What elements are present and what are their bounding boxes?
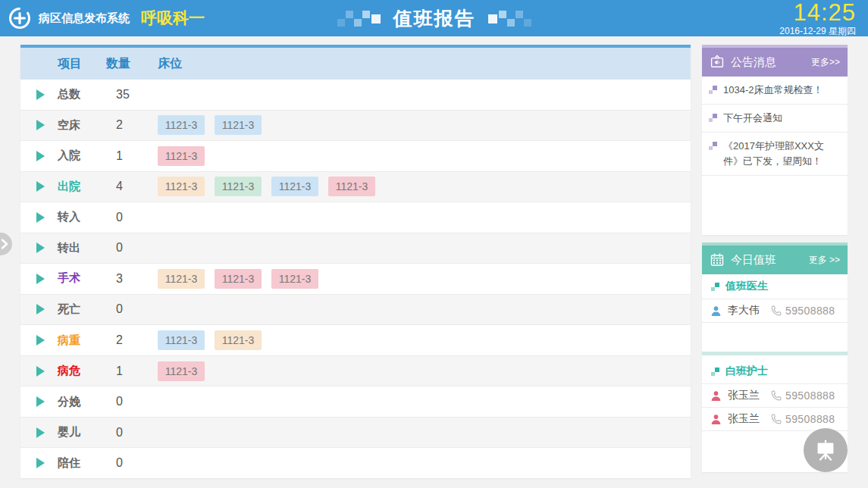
row-label: 出院 bbox=[58, 180, 106, 194]
play-triangle-icon bbox=[36, 212, 45, 223]
phone-icon bbox=[771, 414, 782, 424]
duty-section-title-row: 白班护士 bbox=[702, 359, 848, 384]
bed-badge[interactable]: 1121-3 bbox=[158, 115, 205, 135]
play-triangle-icon bbox=[36, 274, 45, 284]
nurse-icon bbox=[710, 414, 722, 425]
duty-person-row[interactable]: 张玉兰 59508888 bbox=[702, 384, 848, 408]
column-header-item: 项目 bbox=[58, 56, 106, 72]
play-triangle-icon bbox=[36, 89, 45, 100]
row-beds: 1121-31121-31121-3 bbox=[158, 269, 691, 289]
hospital-logo-icon bbox=[8, 6, 32, 30]
table-header-row: 项目 数量 床位 bbox=[20, 45, 691, 80]
title-decoration-right bbox=[487, 10, 531, 27]
row-count: 35 bbox=[106, 88, 158, 102]
person-phone: 59508888 bbox=[785, 389, 835, 402]
announcement-text: 《2017年护理部XXX文件》已下发，望周知！ bbox=[723, 139, 841, 169]
row-count: 0 bbox=[106, 395, 158, 408]
row-count: 2 bbox=[106, 118, 158, 132]
table-row[interactable]: 病危 1 1121-3 bbox=[20, 355, 691, 386]
duty-person-row[interactable]: 李大伟 59508888 bbox=[702, 299, 848, 323]
bed-badge[interactable]: 1121-3 bbox=[328, 177, 375, 196]
duty-people: 张玉兰 59508888 张玉兰 59508888 bbox=[702, 384, 848, 431]
announcement-item[interactable]: 《2017年护理部XXX文件》已下发，望周知！ bbox=[702, 133, 848, 176]
table-row[interactable]: 婴儿 0 bbox=[20, 417, 691, 448]
row-label: 病重 bbox=[58, 333, 106, 348]
notice-board-icon bbox=[710, 55, 725, 70]
department-name: 呼吸科一 bbox=[141, 8, 205, 29]
column-header-beds: 床位 bbox=[158, 56, 691, 72]
play-triangle-icon bbox=[36, 396, 45, 407]
duty-sections: 值班医生 李大伟 59508888 白班护士 张玉兰 59508888 bbox=[702, 274, 848, 431]
bed-badge[interactable]: 1121-3 bbox=[158, 146, 205, 166]
pixel-bullet-icon bbox=[711, 368, 719, 376]
row-count: 0 bbox=[106, 241, 158, 255]
table-row[interactable]: 死亡 0 bbox=[20, 294, 691, 325]
play-triangle-icon bbox=[36, 242, 45, 253]
phone-icon bbox=[771, 390, 782, 401]
person-phone: 59508888 bbox=[785, 305, 835, 317]
bed-badge[interactable]: 1121-3 bbox=[215, 269, 262, 289]
row-label: 病危 bbox=[58, 364, 106, 378]
duty-section-title-row: 值班医生 bbox=[702, 274, 848, 299]
announcement-item[interactable]: 下午开会通知 bbox=[702, 105, 848, 133]
announcements-list: 1034-2床血常规检查！ 下午开会通知 《2017年护理部XXX文件》已下发，… bbox=[702, 77, 848, 176]
bed-badge[interactable]: 1121-3 bbox=[215, 330, 262, 350]
presentation-board-button[interactable] bbox=[804, 428, 848, 472]
pixel-bullet-icon bbox=[709, 86, 717, 94]
play-triangle-icon bbox=[36, 427, 45, 438]
table-row[interactable]: 总数 35 bbox=[20, 80, 691, 110]
brand: 病区信息发布系统 呼吸科一 bbox=[0, 6, 205, 30]
announcement-text: 1034-2床血常规检查！ bbox=[723, 83, 823, 98]
announcements-header: 公告消息 更多>> bbox=[702, 45, 848, 77]
table-row[interactable]: 转出 0 bbox=[20, 233, 691, 264]
row-count: 3 bbox=[106, 272, 158, 286]
bed-badge[interactable]: 1121-3 bbox=[215, 115, 262, 135]
row-label: 死亡 bbox=[58, 302, 106, 317]
pixel-bullet-icon bbox=[711, 283, 719, 291]
announcement-item[interactable]: 1034-2床血常规检查！ bbox=[702, 77, 848, 105]
table-row[interactable]: 入院 1 1121-3 bbox=[20, 140, 691, 171]
bed-badge[interactable]: 1121-3 bbox=[158, 361, 205, 381]
row-label: 陪住 bbox=[58, 456, 106, 471]
play-triangle-icon bbox=[36, 120, 45, 130]
bed-badge[interactable]: 1121-3 bbox=[271, 269, 318, 289]
bed-badge[interactable]: 1121-3 bbox=[271, 177, 318, 196]
row-beds: 1121-3 bbox=[158, 361, 691, 381]
announcement-text: 下午开会通知 bbox=[723, 111, 782, 126]
row-count: 1 bbox=[106, 364, 158, 378]
clock-date: 2016-12-29 星期四 bbox=[779, 27, 856, 36]
row-beds: 1121-31121-3 bbox=[158, 330, 691, 350]
bed-badge[interactable]: 1121-3 bbox=[215, 177, 262, 196]
person-phone: 59508888 bbox=[785, 413, 835, 425]
table-row[interactable]: 手术 3 1121-31121-31121-3 bbox=[20, 263, 691, 294]
person-name: 张玉兰 bbox=[728, 412, 760, 426]
announcements-more-link[interactable]: 更多>> bbox=[811, 56, 840, 69]
row-label: 分娩 bbox=[58, 395, 106, 409]
table-row[interactable]: 病重 2 1121-31121-3 bbox=[20, 324, 691, 355]
bed-badge[interactable]: 1121-3 bbox=[158, 269, 205, 289]
bed-badge[interactable]: 1121-3 bbox=[158, 330, 205, 350]
person-name: 张玉兰 bbox=[728, 389, 760, 402]
pixel-bullet-icon bbox=[709, 142, 717, 150]
row-count: 0 bbox=[106, 456, 158, 470]
table-row[interactable]: 陪住 0 bbox=[20, 447, 691, 478]
table-row[interactable]: 转入 0 bbox=[20, 202, 691, 233]
row-count: 1 bbox=[106, 149, 158, 163]
row-count: 4 bbox=[106, 180, 158, 193]
prev-page-button[interactable] bbox=[0, 233, 12, 255]
title-decoration-left bbox=[337, 10, 381, 27]
table-row[interactable]: 分娩 0 bbox=[20, 386, 691, 417]
table-row[interactable]: 空床 2 1121-31121-3 bbox=[20, 110, 691, 141]
duty-more-link[interactable]: 更多 >> bbox=[809, 254, 840, 267]
section-divider bbox=[702, 352, 848, 355]
row-count: 0 bbox=[106, 426, 158, 440]
row-label: 手术 bbox=[58, 271, 106, 286]
table-row[interactable]: 出院 4 1121-31121-31121-31121-3 bbox=[20, 171, 691, 202]
row-beds: 1121-3 bbox=[158, 146, 691, 166]
play-triangle-icon bbox=[36, 366, 45, 377]
row-label: 婴儿 bbox=[58, 425, 106, 440]
duty-title: 今日值班 bbox=[731, 253, 776, 267]
ward-stats-table: 项目 数量 床位 总数 35 空床 2 1121-31121-3 入院 1 11… bbox=[20, 45, 691, 478]
bed-badge[interactable]: 1121-3 bbox=[158, 177, 205, 196]
duty-section: 白班护士 张玉兰 59508888 张玉兰 59508888 bbox=[702, 359, 848, 431]
